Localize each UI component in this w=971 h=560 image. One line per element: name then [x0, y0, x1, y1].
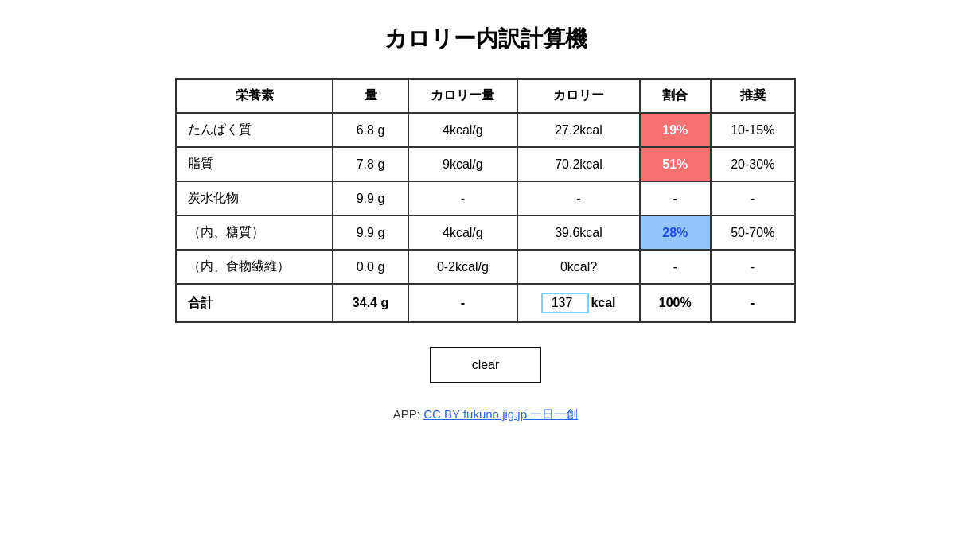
footer-text: APP: — [393, 407, 423, 421]
nutrition-table: 栄養素 量 カロリー量 カロリー 割合 推奨 たんぱく質6.8 g4kcal/g… — [175, 78, 796, 323]
table-row: 脂質7.8 g9kcal/g70.2kcal51%20-30% — [176, 147, 795, 181]
cell-ratio: 19% — [640, 113, 711, 147]
cell-calories: - — [517, 181, 640, 216]
cell-amount: 9.9 g — [333, 216, 408, 250]
total-row: 合計34.4 g-kcal100%- — [176, 284, 795, 322]
col-header-amount: 量 — [333, 79, 408, 113]
cell-calorie-rate: - — [408, 181, 517, 216]
cell-nutrient: 炭水化物 — [176, 181, 333, 216]
cell-total-calories[interactable]: kcal — [517, 284, 640, 322]
col-header-ratio: 割合 — [640, 79, 711, 113]
table-row: （内、糖質）9.9 g4kcal/g39.6kcal28%50-70% — [176, 216, 795, 250]
cell-recommended: - — [711, 181, 795, 216]
cell-recommended: 50-70% — [711, 216, 795, 250]
footer-link[interactable]: CC BY fukuno.jig.jp 一日一創 — [423, 407, 578, 421]
cell-amount: 6.8 g — [333, 113, 408, 147]
cell-recommended: 20-30% — [711, 147, 795, 181]
cell-total-recommended: - — [711, 284, 795, 322]
cell-nutrient: （内、糖質） — [176, 216, 333, 250]
cell-recommended: - — [711, 250, 795, 284]
table-row: たんぱく質6.8 g4kcal/g27.2kcal19%10-15% — [176, 113, 795, 147]
cell-calorie-rate: 9kcal/g — [408, 147, 517, 181]
table-row: （内、食物繊維）0.0 g0-2kcal/g0kcal?-- — [176, 250, 795, 284]
cell-calorie-rate: 4kcal/g — [408, 113, 517, 147]
cell-calories: 27.2kcal — [517, 113, 640, 147]
cell-amount: 9.9 g — [333, 181, 408, 216]
cell-total-amount: 34.4 g — [333, 284, 408, 322]
cell-amount: 7.8 g — [333, 147, 408, 181]
cell-nutrient: 脂質 — [176, 147, 333, 181]
cell-calorie-rate: 0-2kcal/g — [408, 250, 517, 284]
cell-ratio: - — [640, 181, 711, 216]
table-row: 炭水化物9.9 g---- — [176, 181, 795, 216]
kcal-unit-label: kcal — [591, 296, 615, 310]
footer: APP: CC BY fukuno.jig.jp 一日一創 — [393, 407, 578, 422]
cell-nutrient: たんぱく質 — [176, 113, 333, 147]
col-header-nutrient: 栄養素 — [176, 79, 333, 113]
cell-calories: 0kcal? — [517, 250, 640, 284]
page-title: カロリー内訳計算機 — [384, 24, 587, 54]
cell-ratio: 51% — [640, 147, 711, 181]
col-header-calories: カロリー — [517, 79, 640, 113]
cell-total-ratio: 100% — [640, 284, 711, 322]
cell-ratio: - — [640, 250, 711, 284]
cell-total-calorie-rate: - — [408, 284, 517, 322]
cell-calories: 70.2kcal — [517, 147, 640, 181]
total-kcal-input[interactable] — [541, 293, 589, 313]
cell-calories: 39.6kcal — [517, 216, 640, 250]
col-header-recommended: 推奨 — [711, 79, 795, 113]
cell-calorie-rate: 4kcal/g — [408, 216, 517, 250]
cell-total-label: 合計 — [176, 284, 333, 322]
col-header-calorie-rate: カロリー量 — [408, 79, 517, 113]
cell-amount: 0.0 g — [333, 250, 408, 284]
cell-ratio: 28% — [640, 216, 711, 250]
cell-nutrient: （内、食物繊維） — [176, 250, 333, 284]
clear-button[interactable]: clear — [430, 347, 541, 383]
cell-recommended: 10-15% — [711, 113, 795, 147]
